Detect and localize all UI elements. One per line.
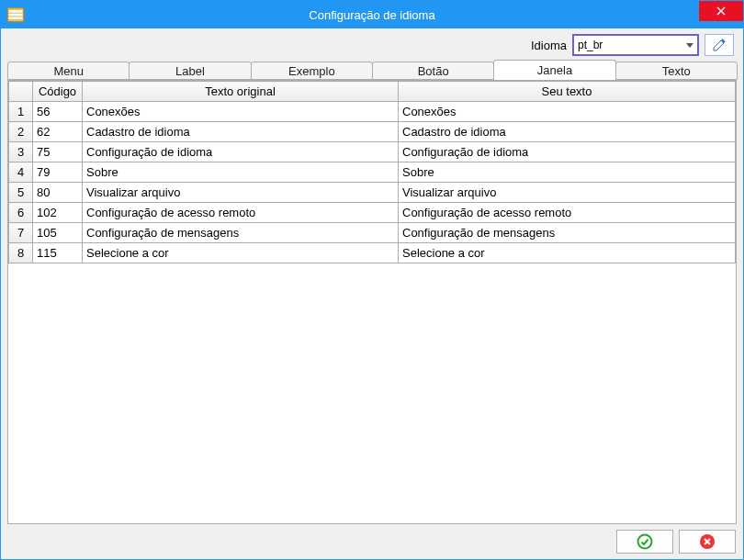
cell-seu[interactable]: Visualizar arquivo <box>399 183 736 203</box>
cell-seu[interactable]: Conexões <box>399 102 736 122</box>
row-number: 4 <box>9 162 33 183</box>
edit-language-button[interactable] <box>705 34 734 56</box>
grid-header-row: Código Texto original Seu texto <box>9 82 736 102</box>
row-number: 8 <box>9 243 33 263</box>
tab-label: Exemplo <box>288 64 335 78</box>
grid-corner <box>9 82 33 102</box>
tab-label: Label <box>175 64 205 78</box>
cell-seu[interactable]: Cadastro de idioma <box>399 122 736 142</box>
ok-icon <box>637 533 653 550</box>
close-icon <box>716 6 726 16</box>
idioma-select[interactable]: pt_br <box>572 34 699 56</box>
row-number: 2 <box>9 122 33 142</box>
cell-original[interactable]: Selecione a cor <box>83 243 399 263</box>
tab-label[interactable]: Label <box>129 62 251 80</box>
cell-original[interactable]: Configuração de idioma <box>83 142 399 162</box>
cell-original[interactable]: Sobre <box>83 162 399 183</box>
row-number: 7 <box>9 223 33 243</box>
table-row[interactable]: 156ConexõesConexões <box>9 102 736 122</box>
window: Configuração de idioma Idioma pt_br Menu… <box>0 0 744 560</box>
cell-seu[interactable]: Configuração de idioma <box>399 142 736 162</box>
table-row[interactable]: 580Visualizar arquivoVisualizar arquivo <box>9 183 736 203</box>
tab-texto[interactable]: Texto <box>615 62 738 80</box>
tab-label: Janela <box>537 63 572 77</box>
cell-codigo[interactable]: 75 <box>33 142 83 162</box>
cell-codigo[interactable]: 80 <box>33 183 83 203</box>
svg-rect-1 <box>9 10 23 13</box>
table-row[interactable]: 375Configuração de idiomaConfiguração de… <box>9 142 736 162</box>
cell-codigo[interactable]: 115 <box>33 243 83 263</box>
button-row <box>8 530 736 554</box>
table-row[interactable]: 6102Configuração de acesso remotoConfigu… <box>9 203 736 223</box>
col-original[interactable]: Texto original <box>83 82 399 102</box>
grid-empty-space <box>8 263 736 523</box>
cancel-icon <box>699 533 716 550</box>
row-number: 1 <box>9 102 33 122</box>
svg-point-4 <box>638 535 652 549</box>
cancel-button[interactable] <box>679 530 736 554</box>
tab-strip: Menu Label Exemplo Botão Janela Texto <box>7 60 737 80</box>
idioma-label: Idioma <box>531 39 567 52</box>
tab-exemplo[interactable]: Exemplo <box>251 62 373 80</box>
table-row[interactable]: 8115Selecione a corSelecione a cor <box>9 243 736 263</box>
cell-seu[interactable]: Selecione a cor <box>399 243 736 263</box>
cell-original[interactable]: Cadastro de idioma <box>83 122 399 142</box>
cell-codigo[interactable]: 102 <box>33 203 83 223</box>
row-number: 6 <box>9 203 33 223</box>
titlebar[interactable]: Configuração de idioma <box>1 1 743 28</box>
svg-rect-2 <box>9 14 23 17</box>
tab-botao[interactable]: Botão <box>372 62 494 80</box>
table-row[interactable]: 262Cadastro de idiomaCadastro de idioma <box>9 122 736 142</box>
ok-button[interactable] <box>616 530 673 554</box>
idioma-value: pt_br <box>578 39 603 51</box>
language-row: Idioma pt_br <box>10 34 734 56</box>
chevron-down-icon <box>686 43 693 48</box>
window-title: Configuração de idioma <box>1 8 743 22</box>
row-number: 3 <box>9 142 33 162</box>
close-button[interactable] <box>699 1 743 21</box>
col-codigo[interactable]: Código <box>33 82 83 102</box>
cell-original[interactable]: Visualizar arquivo <box>83 183 399 203</box>
table-row[interactable]: 479SobreSobre <box>9 162 736 183</box>
svg-rect-3 <box>9 17 23 20</box>
cell-original[interactable]: Configuração de acesso remoto <box>83 203 399 223</box>
cell-codigo[interactable]: 79 <box>33 162 83 183</box>
table-row[interactable]: 7105Configuração de mensagensConfiguraçã… <box>9 223 736 243</box>
cell-seu[interactable]: Sobre <box>399 162 736 183</box>
tab-label: Menu <box>53 64 84 78</box>
cell-seu[interactable]: Configuração de acesso remoto <box>399 203 736 223</box>
tab-menu[interactable]: Menu <box>7 62 130 80</box>
col-seu[interactable]: Seu texto <box>399 82 736 102</box>
tab-label: Texto <box>662 64 691 78</box>
cell-original[interactable]: Configuração de mensagens <box>83 223 399 243</box>
client-area: Idioma pt_br Menu Label Exemplo Botão Ja… <box>1 28 743 559</box>
pencil-icon <box>712 38 727 52</box>
cell-codigo[interactable]: 62 <box>33 122 83 142</box>
app-icon <box>6 6 25 24</box>
tab-janela[interactable]: Janela <box>493 60 615 80</box>
cell-codigo[interactable]: 105 <box>33 223 83 243</box>
cell-seu[interactable]: Configuração de mensagens <box>399 223 736 243</box>
data-grid[interactable]: Código Texto original Seu texto 156Conex… <box>7 80 737 524</box>
row-number: 5 <box>9 183 33 203</box>
cell-codigo[interactable]: 56 <box>33 102 83 122</box>
tab-label: Botão <box>418 64 449 78</box>
cell-original[interactable]: Conexões <box>83 102 399 122</box>
